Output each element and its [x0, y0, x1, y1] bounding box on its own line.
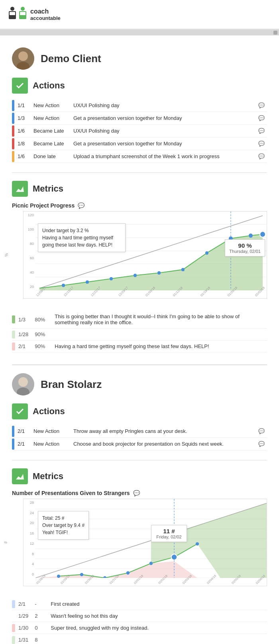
entry-color [12, 636, 15, 644]
chart-comment-icon[interactable]: 💬 [133, 490, 140, 496]
chart-comment-icon[interactable]: 💬 [78, 202, 84, 209]
svg-point-24 [205, 251, 208, 254]
action-desc: UX/UI Polishing day [71, 125, 256, 137]
svg-marker-31 [16, 474, 24, 480]
status-bar [12, 138, 14, 149]
status-bar [12, 113, 14, 124]
action-type: New Action [31, 425, 71, 438]
entry-note [47, 634, 267, 644]
entry-date: 1/29 [15, 610, 31, 622]
action-type: New Action [31, 438, 71, 450]
entry-note: This is going better than I thought it w… [51, 311, 267, 329]
entry-note [51, 329, 267, 341]
action-date: 1/1 [15, 99, 31, 112]
client-name-demo: Demo Client [41, 53, 101, 65]
metric-entry: 1/31 8 [12, 634, 267, 644]
chart-tooltip-left-bran: Total: 25 # Over target by 9.4 # Yeah! T… [38, 511, 89, 540]
svg-point-30 [17, 388, 29, 395]
action-type: New Action [31, 99, 71, 112]
entry-note: Wasn't feeling so hot this day [47, 610, 267, 622]
svg-point-7 [17, 62, 29, 70]
chart-tooltip-left-demo: Under target by 3.2 % Having a hard time… [38, 223, 126, 252]
logo: coach accountable [8, 5, 61, 24]
section-divider [12, 364, 267, 365]
actions-icon-demo [12, 78, 28, 94]
chart-title-demo: Picnic Project Progress 💬 [12, 202, 267, 209]
svg-point-45 [80, 573, 83, 576]
action-date: 1/3 [15, 112, 31, 125]
metric-entry: 2/1 - First created [12, 598, 267, 610]
actions-table-bran: 2/1 New Action Throw away all empty Prin… [12, 425, 267, 450]
action-row: 1/6 Became Late UX/UI Polishing day 💬 [12, 125, 267, 137]
status-bar [12, 100, 14, 111]
svg-point-47 [126, 571, 130, 574]
svg-point-46 [103, 576, 106, 578]
entry-value: 90% [31, 329, 51, 341]
action-type: Done late [31, 150, 71, 163]
svg-point-27 [260, 231, 265, 237]
comment-icon[interactable]: 💬 [256, 125, 267, 137]
actions-icon-bran [12, 403, 28, 419]
entry-color [12, 600, 15, 608]
svg-rect-3 [20, 12, 26, 15]
svg-point-23 [181, 268, 185, 271]
entry-date: 1/28 [15, 329, 31, 341]
svg-point-4 [10, 7, 14, 11]
comment-icon[interactable]: 💬 [256, 99, 267, 112]
chart-tooltip-right-demo: 90 % Thursday, 02/01 [225, 239, 265, 256]
entry-date: 2/1 [15, 341, 31, 352]
scrollbar-thumb[interactable] [273, 31, 277, 35]
main-content: Demo Client Actions 1/1 New Action UX/UI… [0, 35, 279, 644]
scrollbar-area[interactable] [0, 30, 279, 35]
status-bar [12, 438, 14, 450]
logo-icon [8, 5, 27, 24]
action-date: 1/6 [15, 125, 31, 137]
actions-table-demo: 1/1 New Action UX/UI Polishing day 💬 1/3… [12, 99, 267, 163]
action-desc: Get a presentation version together for … [71, 112, 256, 125]
actions-section-header-bran: Actions [12, 403, 267, 419]
metric-entry: 1/29 2 Wasn't feeling so hot this day [12, 610, 267, 622]
comment-icon[interactable]: 💬 [256, 137, 267, 150]
actions-title-bran: Actions [33, 406, 65, 417]
comment-icon[interactable]: 💬 [256, 150, 267, 163]
action-date: 2/1 [15, 438, 31, 450]
action-type: Became Late [31, 137, 71, 150]
metric-entry: 2/1 90% Having a hard time getting mysel… [12, 341, 267, 352]
metric-entry: 1/3 80% This is going better than I thou… [12, 311, 267, 329]
action-desc: Get a presentation version together for … [71, 137, 256, 150]
entry-value: 90% [31, 341, 51, 352]
metric-entries-demo: 1/3 80% This is going better than I thou… [12, 311, 267, 352]
action-row: 1/6 Done late Upload a triumphant screen… [12, 150, 267, 163]
svg-point-48 [149, 562, 153, 565]
metrics-section-header-bran: Metrics [12, 468, 267, 484]
entry-note: First created [47, 598, 267, 610]
entry-value: 80% [31, 311, 51, 329]
chart-wrapper-bran: # 28 24 20 16 12 8 4 0 [12, 499, 267, 586]
logo-text: coach accountable [30, 8, 61, 21]
svg-point-44 [57, 575, 60, 578]
metric-entries-bran: 2/1 - First created 1/29 2 Wasn't feelin… [12, 598, 267, 644]
status-bar [12, 125, 14, 137]
action-type: Became Late [31, 125, 71, 137]
comment-icon[interactable]: 💬 [256, 112, 267, 125]
svg-point-21 [134, 274, 137, 277]
chart-tooltip-right-bran: 11 # Friday, 02/02 [151, 525, 187, 542]
top-nav: coach accountable [0, 0, 279, 30]
y-axis-label-demo: % [4, 253, 9, 257]
svg-point-18 [62, 284, 65, 287]
svg-marker-8 [16, 186, 24, 192]
comment-icon[interactable]: 💬 [256, 425, 267, 438]
action-date: 1/8 [15, 137, 31, 150]
action-row: 1/3 New Action Get a presentation versio… [12, 112, 267, 125]
metrics-section-header-demo: Metrics [12, 181, 267, 197]
y-axis-label-bran: # [4, 541, 8, 544]
entry-color [12, 331, 15, 339]
avatar-bran [12, 373, 34, 395]
avatar-demo [12, 47, 34, 70]
actions-title-demo: Actions [33, 80, 65, 91]
status-bar [12, 426, 14, 437]
action-date: 2/1 [15, 425, 31, 438]
client-header-demo: Demo Client [12, 47, 267, 70]
comment-icon[interactable]: 💬 [256, 438, 267, 450]
entry-value: 0 [31, 622, 47, 634]
